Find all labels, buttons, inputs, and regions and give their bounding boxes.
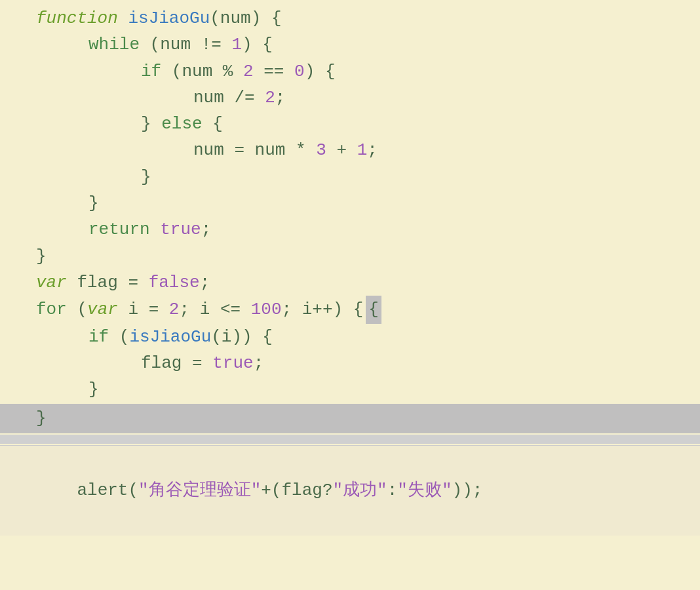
code-line-2: while (num != 1 ) {	[36, 31, 687, 58]
last-code-line: alert("角谷定理验证"+(flag?"成功":"失败"));	[0, 445, 700, 536]
code-area: function isJiaoGu (num) { while (num != …	[0, 5, 700, 403]
keyword-function: function	[36, 5, 118, 31]
scrollbar[interactable]	[0, 435, 700, 444]
code-line-9: return true ;	[36, 216, 687, 243]
highlighted-line: }	[0, 404, 700, 433]
code-line-4: num /= 2 ;	[36, 85, 687, 111]
code-line-13: if ( isJiaoGu (i)) {	[36, 324, 687, 350]
code-line-3: if (num % 2 == 0 ) {	[36, 58, 687, 85]
code-line-8: }	[36, 190, 687, 216]
code-line-10: }	[36, 243, 687, 269]
code-line-15: }	[36, 376, 687, 403]
code-line-1: function isJiaoGu (num) {	[36, 5, 687, 31]
code-line-12: for ( var i = 2 ; i <= 100 ; i++) { {	[36, 296, 687, 323]
code-container: function isJiaoGu (num) { while (num != …	[0, 0, 700, 590]
code-line-11: var flag = false ;	[36, 269, 687, 296]
code-line-5: } else {	[36, 111, 687, 137]
code-line-6: num = num * 3 + 1 ;	[36, 137, 687, 163]
code-line-14: flag = true ;	[36, 350, 687, 376]
code-line-7: }	[36, 164, 687, 190]
